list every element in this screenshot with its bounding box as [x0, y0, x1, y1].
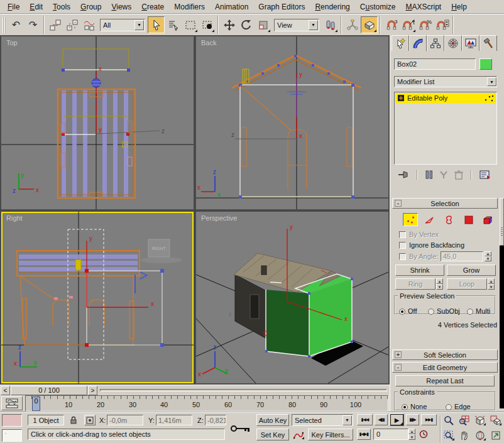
select-and-scale-button[interactable] — [255, 16, 271, 33]
y-coordinate-field[interactable]: 1,416m — [156, 415, 192, 425]
rectangular-selection-region-button[interactable] — [182, 16, 199, 33]
viewport-perspective[interactable]: z y x zxy Perspective — [195, 211, 389, 384]
viewport-top[interactable]: x y z yxz Top — [1, 36, 194, 210]
viewport-back[interactable]: y x z zxy Back — [195, 36, 389, 210]
current-frame-field[interactable]: 0 — [373, 429, 408, 440]
panel-scrollbar[interactable] — [500, 198, 504, 408]
constraint-edge-radio[interactable] — [446, 404, 452, 410]
object-name-field[interactable]: Box02 — [394, 58, 476, 70]
selection-filter-dropdown[interactable]: All ▼ — [100, 19, 145, 31]
select-and-manipulate-button[interactable] — [344, 16, 361, 33]
chevron-down-icon[interactable]: ▼ — [134, 20, 144, 30]
region-zoom-button[interactable] — [441, 429, 456, 442]
menu-customize[interactable]: Customize — [355, 1, 401, 13]
snaps-toggle-button[interactable] — [361, 16, 378, 33]
snap-toggle-3d-button[interactable]: 3 — [383, 16, 400, 33]
bind-to-space-warp-button[interactable] — [80, 16, 97, 33]
previous-frame-button[interactable]: ◀▮▮ — [375, 414, 388, 425]
time-configuration-button[interactable] — [417, 429, 430, 440]
go-to-start-button[interactable]: ▮◀◀ — [357, 414, 373, 425]
make-unique-icon[interactable] — [439, 170, 449, 180]
by-angle-spinner[interactable]: ▲▼ — [485, 251, 491, 261]
constraint-none-radio[interactable] — [402, 404, 408, 410]
loop-button[interactable]: Loop — [447, 278, 487, 290]
track-bar-thumb[interactable]: 0 — [32, 397, 40, 411]
use-pivot-point-center-button[interactable] — [322, 16, 339, 33]
shrink-button[interactable]: Shrink — [395, 265, 444, 276]
absolute-offset-mode-toggle[interactable] — [84, 415, 96, 425]
angle-snap-button[interactable] — [400, 16, 417, 33]
open-mini-curve-editor-button[interactable] — [1, 396, 23, 410]
polygon-mode-button[interactable] — [461, 213, 476, 226]
show-end-result-icon[interactable] — [425, 170, 433, 180]
edit-geometry-rollout-header[interactable]: - Edit Geometry — [392, 362, 498, 373]
go-to-end-button[interactable]: ▶▶▮ — [421, 414, 437, 425]
pin-stack-icon[interactable] — [398, 170, 409, 180]
chevron-down-icon[interactable]: ▼ — [487, 77, 496, 86]
min-max-toggle-button[interactable] — [488, 429, 503, 442]
select-and-rotate-button[interactable] — [238, 16, 255, 33]
chevron-down-icon[interactable]: ▼ — [309, 20, 318, 30]
preview-multi-radio[interactable] — [467, 309, 473, 315]
percent-snap-button[interactable]: % — [417, 16, 434, 33]
next-frame-button[interactable]: ▮▮▶ — [406, 414, 419, 425]
menu-group[interactable]: Group — [75, 1, 106, 13]
macro-recorder-pane[interactable] — [2, 414, 22, 427]
select-and-move-button[interactable] — [221, 16, 238, 33]
reference-coordinate-system-dropdown[interactable]: View ▼ — [274, 19, 319, 31]
redo-button[interactable]: ↷ — [25, 16, 41, 33]
modifier-list-dropdown[interactable]: Modifier List ▼ — [394, 76, 497, 87]
menu-modifiers[interactable]: Modifiers — [169, 1, 210, 13]
loop-spinner[interactable]: ▲▼ — [488, 278, 495, 290]
default-tangent-button[interactable] — [292, 429, 305, 440]
menu-rendering[interactable]: Rendering — [310, 1, 354, 13]
ignore-backfacing-checkbox[interactable] — [399, 242, 406, 249]
tab-utilities[interactable] — [479, 35, 497, 51]
menu-help[interactable]: Help — [446, 1, 472, 13]
select-by-name-button[interactable] — [165, 16, 182, 33]
ring-spinner[interactable]: ▲▼ — [436, 278, 443, 290]
stack-item-editable-poly[interactable]: Editable Poly — [395, 93, 496, 103]
menu-file[interactable]: File — [3, 1, 25, 13]
select-object-button[interactable] — [148, 16, 165, 33]
toolbar-grip[interactable] — [3, 17, 6, 33]
preview-off-radio[interactable] — [399, 309, 405, 315]
arc-rotate-button[interactable] — [473, 429, 487, 442]
z-coordinate-field[interactable]: -0,821 — [205, 415, 226, 425]
frame-spinner[interactable]: ▲▼ — [408, 429, 415, 440]
viewport-right[interactable]: RIGHT y x zyx Right — [1, 211, 194, 384]
tab-motion[interactable] — [444, 35, 462, 51]
set-key-button[interactable]: Set Key — [256, 429, 289, 440]
selection-lock-toggle[interactable] — [68, 415, 79, 425]
select-and-link-button[interactable] — [47, 16, 63, 33]
tab-hierarchy[interactable] — [427, 35, 444, 51]
tab-create[interactable] — [392, 35, 409, 51]
object-color-swatch[interactable] — [479, 58, 492, 70]
selection-rollout-header[interactable]: - Selection — [392, 198, 498, 209]
set-keys-button[interactable] — [227, 418, 254, 439]
ring-button[interactable]: Ring — [395, 278, 436, 290]
menu-maxscript[interactable]: MAXScript — [401, 1, 447, 13]
edge-mode-button[interactable] — [422, 213, 437, 226]
menu-tools[interactable]: Tools — [48, 1, 75, 13]
configure-modifier-sets-icon[interactable] — [479, 170, 491, 180]
by-angle-field[interactable]: 45,0 — [441, 251, 483, 261]
zoom-button[interactable] — [441, 413, 456, 427]
soft-selection-rollout-header[interactable]: + Soft Selection — [392, 349, 498, 360]
spinner-snap-button[interactable] — [434, 16, 451, 33]
expand-stack-icon[interactable] — [397, 94, 405, 102]
zoom-extents-button[interactable] — [473, 413, 487, 427]
track-bar-ruler[interactable]: 0 10 20 30 40 50 60 70 80 90 100 0 — [25, 395, 388, 412]
pan-button[interactable] — [457, 429, 471, 442]
by-angle-checkbox[interactable] — [399, 253, 406, 260]
time-slider-track[interactable] — [100, 389, 387, 391]
key-mode-dropdown[interactable]: Selected ▼ — [292, 414, 353, 426]
menu-views[interactable]: Views — [106, 1, 136, 13]
menu-graph-editors[interactable]: Graph Editors — [253, 1, 310, 13]
menu-animation[interactable]: Animation — [210, 1, 253, 13]
zoom-all-button[interactable] — [457, 413, 471, 427]
time-slider-next-button[interactable]: > — [88, 386, 97, 395]
maxscript-listener-pane[interactable]: ' — [2, 429, 22, 442]
chevron-down-icon[interactable]: ▼ — [342, 415, 352, 425]
remove-modifier-icon[interactable] — [454, 170, 463, 180]
